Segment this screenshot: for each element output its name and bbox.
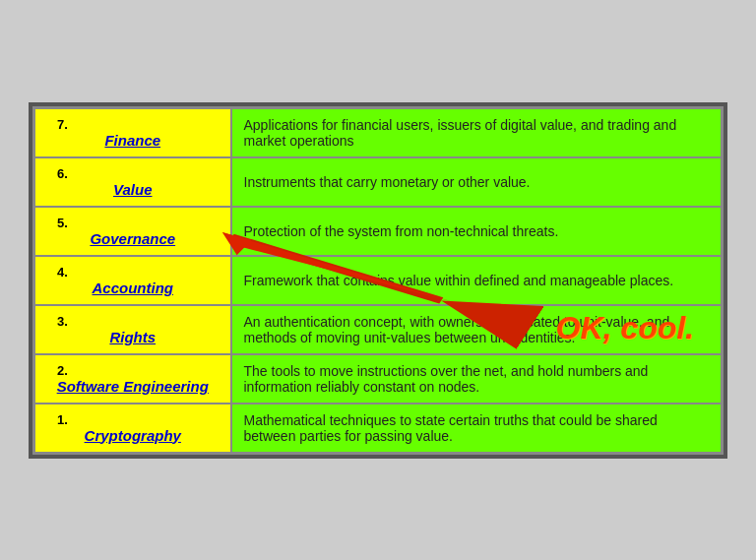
row-number: 1.: [57, 412, 219, 427]
category-table: 7.FinanceApplications for financial user…: [32, 106, 724, 455]
table-row: 3.RightsAn authentication concept, with …: [34, 305, 723, 354]
table-row: 5.GovernanceProtection of the system fro…: [34, 207, 723, 256]
row-label-link[interactable]: Value: [47, 181, 219, 198]
row-description: An authentication concept, with ownershi…: [231, 305, 723, 354]
row-left-cell: 4.Accounting: [34, 256, 231, 305]
row-label-link[interactable]: Governance: [47, 230, 219, 247]
table-row: 6.ValueInstruments that carry monetary o…: [34, 157, 723, 207]
table-row: 1.CryptographyMathematical techniques to…: [34, 404, 723, 454]
row-left-cell: 2.Software Engineering: [34, 354, 231, 404]
row-label-link[interactable]: Accounting: [47, 280, 219, 296]
row-label-link[interactable]: Finance: [47, 132, 219, 149]
table-row: 2.Software EngineeringThe tools to move …: [34, 354, 723, 404]
row-number: 2.: [57, 363, 219, 378]
row-number: 7.: [57, 117, 219, 132]
row-label-link[interactable]: Rights: [47, 329, 219, 345]
row-description: The tools to move instructions over the …: [231, 354, 723, 404]
row-description: Protection of the system from non-techni…: [231, 207, 723, 256]
row-label-link[interactable]: Cryptography: [47, 427, 219, 444]
row-left-cell: 5.Governance: [34, 207, 231, 256]
table-row: 7.FinanceApplications for financial user…: [34, 107, 723, 157]
row-number: 4.: [57, 265, 219, 280]
table-row: 4.AccountingFramework that contains valu…: [34, 256, 723, 305]
row-number: 6.: [57, 166, 219, 181]
row-number: 3.: [57, 314, 219, 329]
row-left-cell: 1.Cryptography: [34, 404, 231, 454]
row-number: 5.: [57, 216, 219, 230]
row-description: Applications for financial users, issuer…: [231, 107, 723, 157]
main-container: OK, cool. 7.FinanceApplications for fina…: [29, 102, 727, 459]
row-description: Framework that contains value within def…: [231, 256, 723, 305]
row-label-link[interactable]: Software Engineering: [47, 378, 219, 395]
row-description: Mathematical techniques to state certain…: [231, 404, 723, 454]
row-description: Instruments that carry monetary or other…: [231, 157, 723, 207]
row-left-cell: 7.Finance: [34, 107, 231, 157]
row-left-cell: 3.Rights: [34, 305, 231, 354]
row-left-cell: 6.Value: [34, 157, 231, 207]
